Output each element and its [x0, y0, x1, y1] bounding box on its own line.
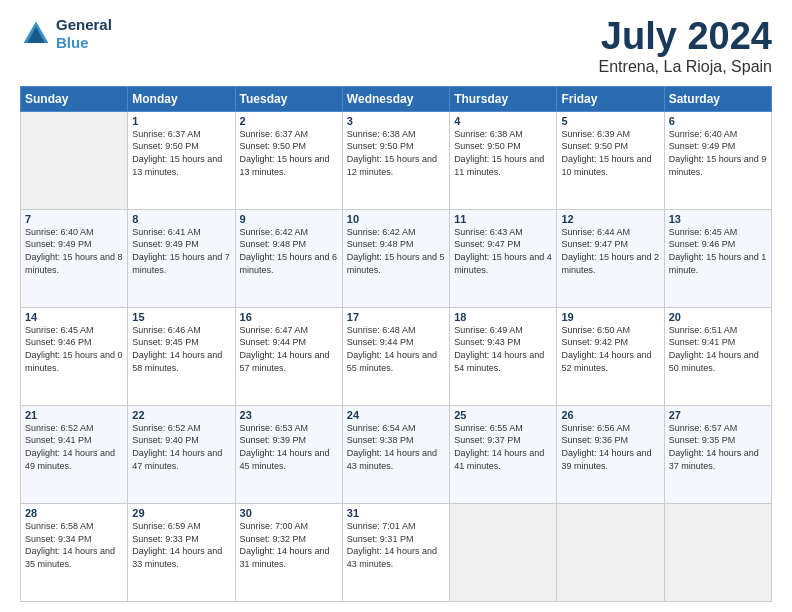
calendar-cell: [557, 503, 664, 601]
calendar-cell: 26Sunrise: 6:56 AMSunset: 9:36 PMDayligh…: [557, 405, 664, 503]
cell-info: Sunrise: 6:48 AMSunset: 9:44 PMDaylight:…: [347, 324, 445, 374]
calendar-cell: 13Sunrise: 6:45 AMSunset: 9:46 PMDayligh…: [664, 209, 771, 307]
day-number: 27: [669, 409, 767, 421]
calendar-cell: 2Sunrise: 6:37 AMSunset: 9:50 PMDaylight…: [235, 111, 342, 209]
weekday-header-wednesday: Wednesday: [342, 86, 449, 111]
logo-text: General Blue: [56, 16, 112, 52]
calendar-cell: 31Sunrise: 7:01 AMSunset: 9:31 PMDayligh…: [342, 503, 449, 601]
day-number: 30: [240, 507, 338, 519]
day-number: 21: [25, 409, 123, 421]
calendar-cell: [450, 503, 557, 601]
cell-info: Sunrise: 6:43 AMSunset: 9:47 PMDaylight:…: [454, 226, 552, 276]
calendar-cell: 20Sunrise: 6:51 AMSunset: 9:41 PMDayligh…: [664, 307, 771, 405]
weekday-header-friday: Friday: [557, 86, 664, 111]
calendar-week-row: 14Sunrise: 6:45 AMSunset: 9:46 PMDayligh…: [21, 307, 772, 405]
cell-info: Sunrise: 6:52 AMSunset: 9:40 PMDaylight:…: [132, 422, 230, 472]
calendar-cell: 22Sunrise: 6:52 AMSunset: 9:40 PMDayligh…: [128, 405, 235, 503]
calendar-cell: 10Sunrise: 6:42 AMSunset: 9:48 PMDayligh…: [342, 209, 449, 307]
calendar-cell: 7Sunrise: 6:40 AMSunset: 9:49 PMDaylight…: [21, 209, 128, 307]
cell-info: Sunrise: 6:42 AMSunset: 9:48 PMDaylight:…: [347, 226, 445, 276]
calendar-cell: 6Sunrise: 6:40 AMSunset: 9:49 PMDaylight…: [664, 111, 771, 209]
day-number: 16: [240, 311, 338, 323]
cell-info: Sunrise: 6:37 AMSunset: 9:50 PMDaylight:…: [240, 128, 338, 178]
weekday-header-monday: Monday: [128, 86, 235, 111]
day-number: 20: [669, 311, 767, 323]
calendar-cell: 15Sunrise: 6:46 AMSunset: 9:45 PMDayligh…: [128, 307, 235, 405]
day-number: 25: [454, 409, 552, 421]
day-number: 4: [454, 115, 552, 127]
cell-info: Sunrise: 6:47 AMSunset: 9:44 PMDaylight:…: [240, 324, 338, 374]
calendar-week-row: 7Sunrise: 6:40 AMSunset: 9:49 PMDaylight…: [21, 209, 772, 307]
cell-info: Sunrise: 7:01 AMSunset: 9:31 PMDaylight:…: [347, 520, 445, 570]
calendar-cell: 25Sunrise: 6:55 AMSunset: 9:37 PMDayligh…: [450, 405, 557, 503]
cell-info: Sunrise: 6:42 AMSunset: 9:48 PMDaylight:…: [240, 226, 338, 276]
calendar-cell: 14Sunrise: 6:45 AMSunset: 9:46 PMDayligh…: [21, 307, 128, 405]
cell-info: Sunrise: 7:00 AMSunset: 9:32 PMDaylight:…: [240, 520, 338, 570]
cell-info: Sunrise: 6:50 AMSunset: 9:42 PMDaylight:…: [561, 324, 659, 374]
cell-info: Sunrise: 6:51 AMSunset: 9:41 PMDaylight:…: [669, 324, 767, 374]
weekday-header-sunday: Sunday: [21, 86, 128, 111]
day-number: 17: [347, 311, 445, 323]
day-number: 10: [347, 213, 445, 225]
day-number: 6: [669, 115, 767, 127]
calendar-cell: 4Sunrise: 6:38 AMSunset: 9:50 PMDaylight…: [450, 111, 557, 209]
logo: General Blue: [20, 16, 112, 52]
calendar-cell: 17Sunrise: 6:48 AMSunset: 9:44 PMDayligh…: [342, 307, 449, 405]
day-number: 5: [561, 115, 659, 127]
calendar-week-row: 28Sunrise: 6:58 AMSunset: 9:34 PMDayligh…: [21, 503, 772, 601]
calendar-cell: 24Sunrise: 6:54 AMSunset: 9:38 PMDayligh…: [342, 405, 449, 503]
main-title: July 2024: [599, 16, 772, 58]
calendar-cell: 21Sunrise: 6:52 AMSunset: 9:41 PMDayligh…: [21, 405, 128, 503]
day-number: 26: [561, 409, 659, 421]
calendar-week-row: 21Sunrise: 6:52 AMSunset: 9:41 PMDayligh…: [21, 405, 772, 503]
day-number: 3: [347, 115, 445, 127]
day-number: 8: [132, 213, 230, 225]
day-number: 29: [132, 507, 230, 519]
day-number: 15: [132, 311, 230, 323]
cell-info: Sunrise: 6:39 AMSunset: 9:50 PMDaylight:…: [561, 128, 659, 178]
cell-info: Sunrise: 6:49 AMSunset: 9:43 PMDaylight:…: [454, 324, 552, 374]
day-number: 2: [240, 115, 338, 127]
day-number: 14: [25, 311, 123, 323]
calendar-cell: 9Sunrise: 6:42 AMSunset: 9:48 PMDaylight…: [235, 209, 342, 307]
cell-info: Sunrise: 6:44 AMSunset: 9:47 PMDaylight:…: [561, 226, 659, 276]
calendar-cell: 30Sunrise: 7:00 AMSunset: 9:32 PMDayligh…: [235, 503, 342, 601]
title-block: July 2024 Entrena, La Rioja, Spain: [599, 16, 772, 76]
cell-info: Sunrise: 6:53 AMSunset: 9:39 PMDaylight:…: [240, 422, 338, 472]
calendar-cell: 3Sunrise: 6:38 AMSunset: 9:50 PMDaylight…: [342, 111, 449, 209]
weekday-header-row: SundayMondayTuesdayWednesdayThursdayFrid…: [21, 86, 772, 111]
cell-info: Sunrise: 6:40 AMSunset: 9:49 PMDaylight:…: [25, 226, 123, 276]
day-number: 9: [240, 213, 338, 225]
day-number: 22: [132, 409, 230, 421]
cell-info: Sunrise: 6:58 AMSunset: 9:34 PMDaylight:…: [25, 520, 123, 570]
day-number: 13: [669, 213, 767, 225]
cell-info: Sunrise: 6:54 AMSunset: 9:38 PMDaylight:…: [347, 422, 445, 472]
cell-info: Sunrise: 6:37 AMSunset: 9:50 PMDaylight:…: [132, 128, 230, 178]
calendar-cell: 29Sunrise: 6:59 AMSunset: 9:33 PMDayligh…: [128, 503, 235, 601]
calendar-cell: 1Sunrise: 6:37 AMSunset: 9:50 PMDaylight…: [128, 111, 235, 209]
cell-info: Sunrise: 6:59 AMSunset: 9:33 PMDaylight:…: [132, 520, 230, 570]
calendar-cell: 5Sunrise: 6:39 AMSunset: 9:50 PMDaylight…: [557, 111, 664, 209]
cell-info: Sunrise: 6:55 AMSunset: 9:37 PMDaylight:…: [454, 422, 552, 472]
day-number: 24: [347, 409, 445, 421]
weekday-header-thursday: Thursday: [450, 86, 557, 111]
calendar-cell: 8Sunrise: 6:41 AMSunset: 9:49 PMDaylight…: [128, 209, 235, 307]
calendar-week-row: 1Sunrise: 6:37 AMSunset: 9:50 PMDaylight…: [21, 111, 772, 209]
calendar-cell: 18Sunrise: 6:49 AMSunset: 9:43 PMDayligh…: [450, 307, 557, 405]
cell-info: Sunrise: 6:38 AMSunset: 9:50 PMDaylight:…: [454, 128, 552, 178]
cell-info: Sunrise: 6:38 AMSunset: 9:50 PMDaylight:…: [347, 128, 445, 178]
cell-info: Sunrise: 6:41 AMSunset: 9:49 PMDaylight:…: [132, 226, 230, 276]
cell-info: Sunrise: 6:46 AMSunset: 9:45 PMDaylight:…: [132, 324, 230, 374]
cell-info: Sunrise: 6:40 AMSunset: 9:49 PMDaylight:…: [669, 128, 767, 178]
day-number: 31: [347, 507, 445, 519]
calendar-cell: 19Sunrise: 6:50 AMSunset: 9:42 PMDayligh…: [557, 307, 664, 405]
page: General Blue July 2024 Entrena, La Rioja…: [0, 0, 792, 612]
weekday-header-saturday: Saturday: [664, 86, 771, 111]
calendar-cell: 23Sunrise: 6:53 AMSunset: 9:39 PMDayligh…: [235, 405, 342, 503]
cell-info: Sunrise: 6:56 AMSunset: 9:36 PMDaylight:…: [561, 422, 659, 472]
calendar-cell: [21, 111, 128, 209]
day-number: 1: [132, 115, 230, 127]
calendar-cell: 28Sunrise: 6:58 AMSunset: 9:34 PMDayligh…: [21, 503, 128, 601]
day-number: 7: [25, 213, 123, 225]
logo-icon: [20, 18, 52, 50]
